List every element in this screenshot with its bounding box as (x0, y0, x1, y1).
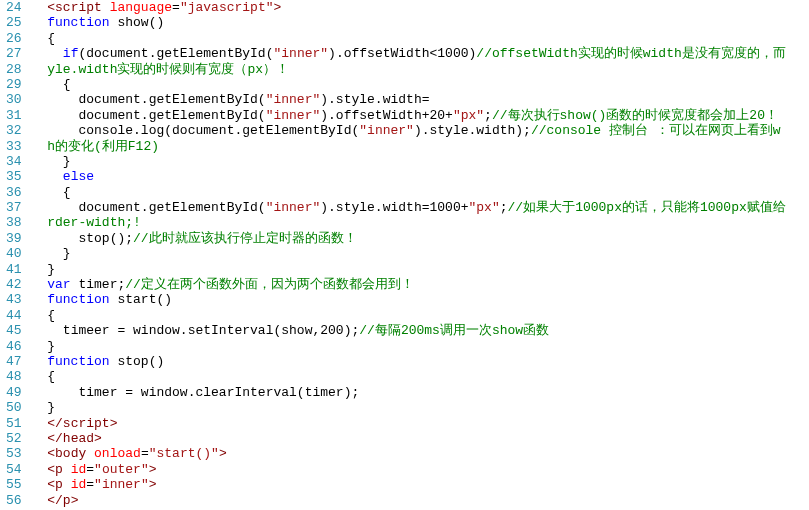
line-number: 47 (6, 354, 22, 369)
token-str: "start()" (149, 446, 219, 461)
code-line: </script> (32, 416, 786, 431)
token-tag: body (55, 446, 86, 461)
line-number: 44 (6, 308, 22, 323)
token-plain: = (172, 0, 180, 15)
code-line: { (32, 308, 786, 323)
code-line: function show() (32, 15, 786, 30)
line-number: 48 (6, 369, 22, 384)
line-number: 42 (6, 277, 22, 292)
code-line: </head> (32, 431, 786, 446)
token-str: "px" (469, 200, 500, 215)
token-cm: //定义在两个函数外面，因为两个函数都会用到！ (125, 277, 414, 292)
code-line: <body onload="start()"> (32, 446, 786, 461)
token-cm: //此时就应该执行停止定时器的函数！ (133, 231, 357, 246)
line-number: 53 (6, 446, 22, 461)
token-str: "inner" (266, 92, 321, 107)
code-line: document.getElementById("inner").style.w… (32, 200, 786, 215)
token-str: "px" (453, 108, 484, 123)
token-plain (63, 462, 71, 477)
code-line: { (32, 369, 786, 384)
code-line: } (32, 400, 786, 415)
token-tag: < (47, 462, 55, 477)
token-tag: < (47, 446, 55, 461)
code-line: h的变化(利用F12) (32, 139, 786, 154)
token-plain: ).offsetWidth+20+ (320, 108, 453, 123)
token-attr: id (71, 462, 87, 477)
token-plain: { (63, 77, 71, 92)
line-number: 36 (6, 185, 22, 200)
token-tag: > (110, 416, 118, 431)
token-tag: < (47, 0, 55, 15)
token-plain: document.getElementById( (78, 200, 265, 215)
line-number: 28 (6, 62, 22, 77)
token-str: "inner" (94, 477, 149, 492)
token-kw: else (63, 169, 94, 184)
token-plain: ; (500, 200, 508, 215)
line-number: 26 (6, 31, 22, 46)
code-editor: 2425262728293031323334353637383940414243… (0, 0, 809, 508)
line-number: 56 (6, 493, 22, 508)
token-plain: = (86, 477, 94, 492)
token-attr: id (71, 477, 87, 492)
token-tag: script (63, 416, 110, 431)
token-plain: ).offsetWidth<1000) (328, 46, 476, 61)
code-line: <script language="javascript"> (32, 0, 786, 15)
code-line: function stop() (32, 354, 786, 369)
code-line: </p> (32, 493, 786, 508)
code-line: function start() (32, 292, 786, 307)
token-plain: ).style.width=1000+ (320, 200, 468, 215)
code-line: timer = window.clearInterval(timer); (32, 385, 786, 400)
token-tag: </ (47, 431, 63, 446)
line-number: 24 (6, 0, 22, 15)
token-str: "javascript" (180, 0, 274, 15)
token-plain: { (47, 369, 55, 384)
token-tag: p (55, 477, 63, 492)
line-number: 40 (6, 246, 22, 261)
token-tag: script (55, 0, 102, 15)
token-plain: (document.getElementById( (78, 46, 273, 61)
line-number: 54 (6, 462, 22, 477)
line-number: 39 (6, 231, 22, 246)
token-cm: //offsetWidth实现的时候width是没有宽度的，而 (476, 46, 785, 61)
line-number: 30 (6, 92, 22, 107)
token-plain: } (47, 339, 55, 354)
token-tag: < (47, 493, 55, 508)
token-plain: } (63, 154, 71, 169)
token-str: "inner" (359, 123, 414, 138)
token-plain: timeer = window.setInterval(show,200); (63, 323, 359, 338)
line-number-gutter: 2425262728293031323334353637383940414243… (0, 0, 30, 508)
token-plain: { (63, 185, 71, 200)
token-tag: < (47, 477, 55, 492)
code-line: document.getElementById("inner").style.w… (32, 92, 786, 107)
line-number: 33 (6, 139, 22, 154)
code-line: else (32, 169, 786, 184)
token-plain (86, 446, 94, 461)
token-tag: > (71, 493, 79, 508)
line-number: 52 (6, 431, 22, 446)
line-number: 51 (6, 416, 22, 431)
token-cm: //console 控制台 ：可以在网页上看到w (531, 123, 781, 138)
token-plain: } (63, 246, 71, 261)
token-kw: if (63, 46, 79, 61)
token-plain: ).style.width); (414, 123, 531, 138)
token-plain: { (47, 308, 55, 323)
code-line: <p id="outer"> (32, 462, 786, 477)
token-attr: language (110, 0, 172, 15)
token-kw: function (47, 15, 109, 30)
line-number: 50 (6, 400, 22, 415)
token-plain: document.getElementById( (78, 108, 265, 123)
token-plain: document.getElementById( (78, 92, 265, 107)
token-plain: = (141, 446, 149, 461)
token-plain: show() (110, 15, 165, 30)
token-plain: console.log(document.getElementById( (78, 123, 359, 138)
token-plain: stop(); (78, 231, 133, 246)
token-tag: > (219, 446, 227, 461)
code-line: if(document.getElementById("inner").offs… (32, 46, 786, 61)
token-plain: } (47, 262, 55, 277)
code-line: <p id="inner"> (32, 477, 786, 492)
line-number: 45 (6, 323, 22, 338)
line-number: 46 (6, 339, 22, 354)
token-kw: function (47, 354, 109, 369)
code-line: stop();//此时就应该执行停止定时器的函数！ (32, 231, 786, 246)
token-cm: //每次执行show()函数的时候宽度都会加上20！ (492, 108, 778, 123)
